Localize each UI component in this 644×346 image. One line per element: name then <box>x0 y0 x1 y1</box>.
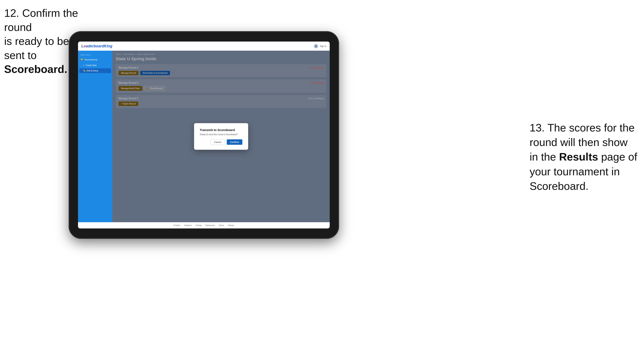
transmit-modal: Transmit to Scoreboard Ready to send thi… <box>194 123 248 150</box>
sidebar: MAIN MENU Tournaments + Create New ✏️ Ed… <box>78 51 112 222</box>
footer-product[interactable]: Product <box>174 224 180 226</box>
footer-features[interactable]: Features <box>184 224 192 226</box>
sign-in-link[interactable]: Sign In <box>320 45 326 47</box>
modal-cancel-button[interactable]: Cancel <box>210 139 225 145</box>
sidebar-section-label: MAIN MENU <box>78 53 112 57</box>
user-avatar[interactable]: 👤 <box>314 44 318 48</box>
sidebar-create-new-label: Create New <box>86 64 96 66</box>
sidebar-tournaments-label: Tournaments <box>84 58 98 61</box>
app-footer: Product Features Pricing Resources Terms… <box>78 222 330 228</box>
footer-terms[interactable]: Terms <box>219 224 224 226</box>
sidebar-item-tournaments[interactable]: Tournaments <box>78 57 112 62</box>
modal-overlay: Transmit to Scoreboard Ready to send thi… <box>112 51 330 222</box>
logo: LeaderboardKing <box>81 44 112 48</box>
edit-icon: ✏️ <box>83 70 86 72</box>
footer-pricing[interactable]: Pricing <box>196 224 202 226</box>
instruction-right: 13. The scores for the round will then s… <box>530 121 638 193</box>
tablet-frame: LeaderboardKing 👤 Sign In MAIN MENU Tour… <box>69 31 339 239</box>
logo-text: LeaderboardKing <box>81 44 112 48</box>
header-right: 👤 Sign In <box>314 44 326 48</box>
app-header: LeaderboardKing 👤 Sign In <box>78 41 330 51</box>
footer-privacy[interactable]: Privacy <box>228 224 234 226</box>
sidebar-edit-existing-label: Edit Existing <box>87 70 98 72</box>
tablet-screen: LeaderboardKing 👤 Sign In MAIN MENU Tour… <box>78 41 330 228</box>
plus-icon: + <box>83 64 84 66</box>
sidebar-item-create-new[interactable]: + Create New <box>78 62 112 68</box>
footer-resources[interactable]: Resources <box>206 224 215 226</box>
modal-title: Transmit to Scoreboard <box>200 128 242 132</box>
modal-buttons: Cancel Confirm <box>200 139 242 145</box>
modal-confirm-button[interactable]: Confirm <box>227 139 242 145</box>
main-content: Home > Tournaments > State U Spring Invi… <box>112 51 330 222</box>
modal-description: Ready to send this round to Scoreboard? <box>200 133 242 136</box>
trophy-icon <box>80 58 83 61</box>
sidebar-item-edit-existing[interactable]: ✏️ Edit Existing <box>79 68 111 73</box>
